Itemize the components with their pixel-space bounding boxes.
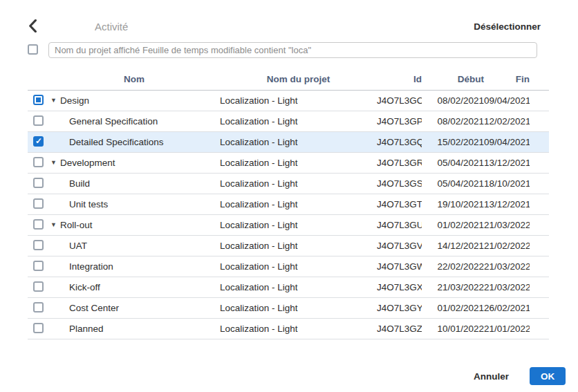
row-end-date: 26/02/2021: [484, 303, 530, 313]
table-row[interactable]: IntegrationLocalization - LightJ4O7L3GW2…: [28, 256, 549, 277]
row-name-cell: Build: [48, 178, 220, 189]
table-row[interactable]: Detailed SpecificationsLocalization - Li…: [28, 132, 549, 153]
triangle-down-icon[interactable]: ▼: [50, 160, 57, 166]
row-checkbox[interactable]: [33, 302, 44, 312]
row-checkbox-cell: [28, 240, 48, 252]
row-name-cell: Cost Center: [48, 303, 220, 313]
row-checkbox[interactable]: [33, 240, 44, 250]
table-body: ▼DesignLocalization - LightJ4O7L3GO08/02…: [28, 91, 549, 339]
row-checkbox-cell: [28, 157, 48, 169]
row-start-date: 10/01/2022: [422, 324, 484, 334]
row-checkbox[interactable]: [33, 136, 44, 147]
row-id: J4O7L3GR: [377, 158, 422, 168]
row-name-cell: ▼Design: [48, 95, 220, 106]
row-start-date: 22/02/2022: [422, 261, 484, 272]
row-name-label: Build: [69, 178, 90, 189]
row-name-cell: ▼Development: [48, 158, 220, 168]
row-end-date: 21/03/2022: [484, 220, 530, 230]
row-name-label: General Specification: [69, 116, 158, 127]
select-all-checkbox[interactable]: [28, 44, 38, 55]
row-end-date: 21/02/2022: [484, 241, 530, 251]
cancel-button[interactable]: Annuler: [474, 371, 509, 382]
table-row[interactable]: PlannedLocalization - LightJ4O7L3GZ10/01…: [28, 319, 549, 339]
column-header-nom-du-projet: Nom du projet: [220, 74, 377, 84]
row-end-date: 09/04/2021: [484, 95, 530, 106]
deselect-button[interactable]: Désélectionner: [474, 21, 541, 32]
row-start-date: 21/03/2022: [422, 282, 484, 292]
row-checkbox[interactable]: [33, 178, 44, 188]
row-checkbox[interactable]: [33, 198, 44, 209]
table-header-row: Nom Nom du projet Id Début Fin: [28, 68, 549, 91]
triangle-down-icon[interactable]: ▼: [50, 97, 57, 104]
row-checkbox[interactable]: [33, 281, 44, 292]
table-row[interactable]: Kick-offLocalization - LightJ4O7L3GX21/0…: [28, 277, 549, 298]
row-end-date: 21/03/2022: [484, 261, 530, 272]
row-name-label: Kick-off: [69, 282, 100, 292]
row-checkbox-cell: [28, 302, 48, 315]
row-checkbox[interactable]: [33, 323, 44, 333]
row-id: J4O7L3GQ: [377, 137, 422, 147]
row-name-label: Unit tests: [69, 199, 108, 209]
column-header-debut: Début: [422, 74, 484, 84]
row-id: J4O7L3GU: [377, 220, 422, 230]
row-name-label: Roll-out: [60, 220, 93, 230]
row-id: J4O7L3GO: [377, 95, 422, 106]
row-end-date: 21/03/2022: [484, 282, 530, 292]
table-row[interactable]: BuildLocalization - LightJ4O7L3GS05/04/2…: [28, 174, 549, 194]
row-project: Localization - Light: [220, 282, 377, 292]
row-id: J4O7L3GS: [377, 178, 422, 189]
column-header-nom: Nom: [48, 74, 220, 84]
row-name-label: Design: [60, 95, 89, 106]
table-row[interactable]: ▼DevelopmentLocalization - LightJ4O7L3GR…: [28, 153, 549, 174]
row-start-date: 08/02/2021: [422, 116, 484, 127]
row-name-cell: General Specification: [48, 116, 220, 127]
row-checkbox-cell: [28, 178, 48, 190]
row-name-label: Development: [60, 158, 115, 168]
row-end-date: 18/10/2021: [484, 178, 530, 189]
row-checkbox-cell: [28, 323, 48, 335]
row-name-cell: Kick-off: [48, 282, 220, 292]
row-name-cell: Unit tests: [48, 199, 220, 209]
row-end-date: 09/04/2021: [484, 137, 530, 147]
row-checkbox[interactable]: [33, 95, 44, 105]
table-row[interactable]: ▼Roll-outLocalization - LightJ4O7L3GU01/…: [28, 215, 549, 236]
row-checkbox-cell: [28, 198, 48, 211]
row-end-date: 12/02/2021: [484, 116, 530, 127]
table-row[interactable]: Cost CenterLocalization - LightJ4O7L3GY0…: [28, 298, 549, 319]
row-project: Localization - Light: [220, 324, 377, 334]
table-row[interactable]: Unit testsLocalization - LightJ4O7L3GT19…: [28, 194, 549, 215]
triangle-down-icon[interactable]: ▼: [50, 222, 57, 228]
row-checkbox[interactable]: [33, 219, 44, 230]
table-row[interactable]: UATLocalization - LightJ4O7L3GV14/12/202…: [28, 236, 549, 256]
row-project: Localization - Light: [220, 199, 377, 209]
row-checkbox[interactable]: [33, 115, 44, 126]
row-end-date: 21/01/2022: [484, 324, 530, 334]
ok-button[interactable]: OK: [530, 367, 566, 385]
filter-input[interactable]: [48, 42, 537, 58]
table-row[interactable]: General SpecificationLocalization - Ligh…: [28, 111, 549, 132]
row-checkbox-cell: [28, 115, 48, 128]
row-project: Localization - Light: [220, 116, 377, 127]
row-start-date: 19/10/2021: [422, 199, 484, 209]
row-id: J4O7L3GW: [377, 261, 422, 272]
row-checkbox-cell: [28, 281, 48, 294]
back-button[interactable]: [26, 19, 39, 35]
column-header-id: Id: [377, 74, 422, 84]
row-id: J4O7L3GP: [377, 116, 422, 127]
row-end-date: 13/12/2021: [484, 158, 530, 168]
row-checkbox[interactable]: [33, 157, 44, 167]
row-start-date: 08/02/2021: [422, 95, 484, 106]
activity-table: Nom Nom du projet Id Début Fin ▼DesignLo…: [28, 68, 549, 339]
row-id: J4O7L3GV: [377, 241, 422, 251]
row-start-date: 01/02/2021: [422, 220, 484, 230]
row-project: Localization - Light: [220, 178, 377, 189]
row-name-label: Cost Center: [69, 303, 119, 313]
row-project: Localization - Light: [220, 220, 377, 230]
row-id: J4O7L3GY: [377, 303, 422, 313]
row-id: J4O7L3GT: [377, 199, 422, 209]
row-checkbox[interactable]: [33, 261, 44, 271]
page-title: Activité: [95, 21, 128, 32]
row-start-date: 14/12/2021: [422, 241, 484, 251]
table-row[interactable]: ▼DesignLocalization - LightJ4O7L3GO08/02…: [28, 91, 549, 111]
row-start-date: 01/02/2021: [422, 303, 484, 313]
